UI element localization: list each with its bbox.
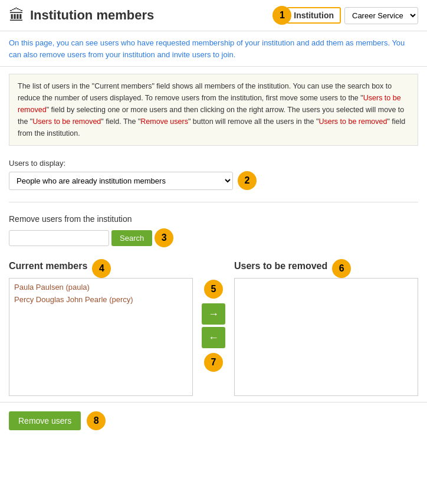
- list-item[interactable]: Paula Paulsen (paula): [12, 281, 190, 293]
- move-right-button[interactable]: →: [202, 303, 225, 325]
- step-4-circle: 4: [92, 259, 111, 278]
- step-2-circle: 2: [238, 171, 257, 190]
- info-bar: On this page, you can see users who have…: [0, 31, 427, 67]
- search-row: Search 3: [9, 228, 418, 247]
- footer-section: Remove users 8: [0, 402, 427, 439]
- list-item[interactable]: Percy Douglas John Pearle (percy): [12, 293, 190, 306]
- highlight-removed: Users to be removed: [18, 94, 401, 114]
- step-8-circle: 8: [87, 411, 106, 430]
- page-header: 🏛 Institution members 1 Institution Care…: [0, 0, 427, 31]
- highlight-removed-2: Users to be removed: [32, 117, 101, 126]
- current-members-header: Current members 4: [9, 259, 193, 278]
- divider-1: [9, 202, 418, 202]
- users-display-label: Users to display:: [9, 159, 418, 168]
- info-bar-text: On this page, you can see users who have…: [9, 38, 405, 59]
- move-left-button[interactable]: ←: [202, 327, 225, 348]
- arrow-col: 5 → ← 7: [199, 259, 228, 372]
- step-5-wrapper: 5: [204, 280, 223, 299]
- current-members-title: Current members: [9, 261, 87, 271]
- info-box: The list of users in the "Current member…: [9, 74, 418, 146]
- members-layout: Current members 4 Paula Paulsen (paula) …: [0, 253, 427, 402]
- users-display-section: Users to display: People who are already…: [0, 153, 427, 196]
- remove-section: Remove users from the institution Search…: [0, 208, 427, 253]
- search-input[interactable]: [9, 230, 109, 246]
- users-to-remove-listbox[interactable]: [234, 278, 418, 396]
- career-service-select[interactable]: Career Service: [344, 7, 418, 24]
- users-display-select[interactable]: People who are already institution membe…: [9, 172, 233, 190]
- institution-icon: 🏛: [9, 6, 24, 25]
- remove-section-title: Remove users from the institution: [9, 214, 418, 224]
- users-to-remove-header: Users to be removed 6: [234, 259, 418, 278]
- highlight-remove-btn: Remove users: [140, 117, 188, 126]
- users-to-remove-title: Users to be removed: [234, 261, 327, 271]
- info-box-text: The list of users in the "Current member…: [18, 82, 405, 138]
- current-members-col: Current members 4 Paula Paulsen (paula) …: [9, 259, 193, 396]
- step-5-circle: 5: [204, 280, 223, 299]
- step-7-circle: 7: [204, 353, 223, 372]
- current-members-listbox[interactable]: Paula Paulsen (paula) Percy Douglas John…: [9, 278, 193, 396]
- step-3-circle: 3: [155, 228, 173, 247]
- remove-users-button[interactable]: Remove users: [9, 411, 81, 430]
- institution-badge: 1 Institution Career Service: [272, 6, 418, 25]
- users-to-remove-col: Users to be removed 6: [234, 259, 418, 396]
- search-button[interactable]: Search: [111, 230, 152, 246]
- institution-label: Institution: [287, 7, 341, 24]
- page-title: Institution members: [30, 8, 154, 23]
- step-1-badge: 1 Institution: [272, 6, 341, 25]
- step-6-circle: 6: [332, 259, 351, 278]
- footer-row: Remove users 8: [9, 411, 418, 430]
- highlight-removed-3: Users to be removed: [318, 117, 387, 126]
- header-title-group: 🏛 Institution members: [9, 6, 272, 25]
- dropdown-row: People who are already institution membe…: [9, 171, 418, 190]
